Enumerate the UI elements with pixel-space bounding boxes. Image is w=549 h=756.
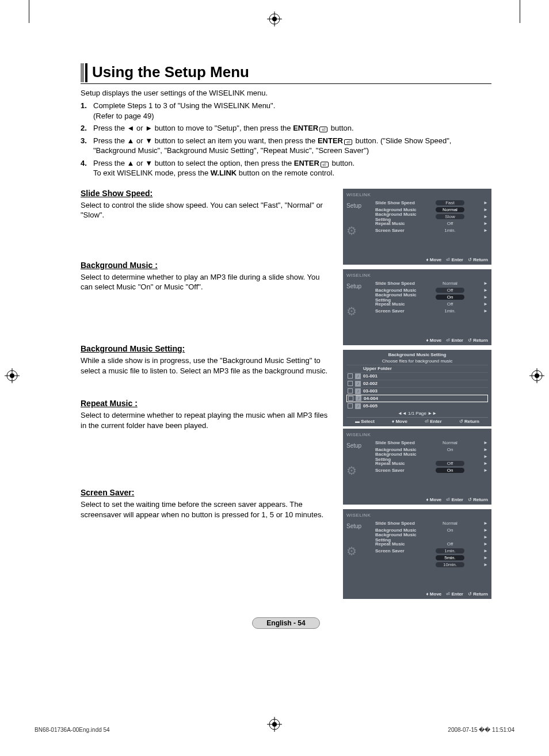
- osd-row: Repeat MusicOff►: [375, 220, 488, 227]
- checkbox-icon: [348, 373, 353, 379]
- gear-icon: ⚙: [346, 464, 372, 478]
- osd-row-key: Background Music Setting: [375, 452, 430, 462]
- osd-row: Screen Saver1min.►: [375, 227, 488, 234]
- music-note-icon: ♪: [355, 388, 361, 394]
- chevron-right-icon: ►: [483, 447, 488, 452]
- step-text: Press the ▲ or ▼ button to select an ite…: [93, 136, 491, 156]
- file-row: ♪02-002: [346, 380, 488, 387]
- osd-row: Background Music Setting►: [375, 534, 488, 541]
- music-note-icon: ♪: [356, 395, 361, 401]
- osd-row-key: Slide Show Speed: [375, 281, 430, 286]
- osd-footer: ♦ Move⏎ Enter↺ Return: [346, 497, 488, 502]
- osd-title: Background Music Setting: [346, 352, 488, 357]
- file-name: 05-005: [363, 403, 378, 408]
- page-title: Using the Setup Menu: [92, 63, 249, 82]
- osd-row-value: Normal: [430, 207, 470, 212]
- step-item: 4.Press the ▲ or ▼ button to select the …: [81, 158, 491, 178]
- osd-footer: ♦ Move⏎ Enter↺ Return: [346, 257, 488, 262]
- osd-footer: ▬ Select♦ Move⏎ Enter↺ Return: [346, 417, 488, 424]
- wiselink-brand: WISELINK: [346, 192, 488, 197]
- osd-row-value: Off: [430, 301, 470, 307]
- chevron-right-icon: ►: [483, 301, 488, 307]
- osd-row-value: Off: [430, 221, 470, 226]
- section-body: While a slide show is in progress, use t…: [81, 356, 333, 376]
- osd-side-label: Setup: [346, 442, 372, 449]
- chevron-right-icon: ►: [483, 555, 488, 560]
- chevron-right-icon: ►: [483, 541, 488, 547]
- section-heading: Slide Show Speed:: [81, 189, 333, 198]
- osd-screenshot: WISELINKSetup⚙Slide Show SpeedNormal►Bac…: [343, 269, 491, 345]
- step-number: 2.: [81, 123, 93, 133]
- osd-row: Repeat MusicOff►: [375, 460, 488, 467]
- osd-subtitle: Choose files for background music: [346, 358, 488, 364]
- osd-row-value: On: [430, 447, 470, 452]
- enter-icon: ⏎: [319, 127, 327, 132]
- step-number: 3.: [81, 136, 93, 156]
- checkbox-icon: [348, 403, 353, 408]
- osd-screenshot: WISELINKSetup⚙Slide Show SpeedNormal►Bac…: [343, 509, 491, 599]
- osd-row: Repeat MusicOff►: [375, 301, 488, 308]
- gear-icon: ⚙: [346, 544, 372, 558]
- wiselink-brand: WISELINK: [346, 273, 488, 278]
- osd-row: Slide Show SpeedNormal►: [375, 280, 488, 287]
- osd-screenshot: WISELINKSetup⚙Slide Show SpeedNormal►Bac…: [343, 429, 491, 505]
- file-name: Upper Folder: [363, 366, 392, 371]
- chevron-right-icon: ►: [483, 308, 488, 314]
- osd-row: Screen Saver1min.►: [375, 308, 488, 315]
- osd-row-value: 10min.: [430, 562, 470, 567]
- step-text: Press the ◄ or ► button to move to "Setu…: [93, 123, 491, 133]
- gear-icon: ⚙: [346, 224, 372, 238]
- osd-footer: ♦ Move⏎ Enter↺ Return: [346, 591, 488, 597]
- osd-row: Background Music SettingOn►: [375, 294, 488, 301]
- file-name: 01-001: [363, 373, 378, 379]
- section-heading: Screen Saver:: [81, 488, 333, 497]
- step-number: 1.: [81, 101, 93, 121]
- enter-icon: ⏎: [344, 139, 352, 145]
- osd-row-key: Screen Saver: [375, 548, 430, 553]
- chevron-right-icon: ►: [483, 440, 488, 445]
- osd-row-key: Screen Saver: [375, 228, 430, 233]
- osd-row: Slide Show SpeedNormal►: [375, 440, 488, 446]
- chevron-right-icon: ►: [483, 221, 488, 226]
- chevron-right-icon: ►: [483, 295, 488, 300]
- file-row: ♪01-001: [346, 372, 488, 380]
- enter-icon: ⏎: [321, 162, 329, 167]
- chevron-right-icon: ►: [483, 562, 488, 567]
- osd-row-key: Repeat Music: [375, 541, 430, 547]
- osd-row-key: Repeat Music: [375, 301, 430, 307]
- music-note-icon: ♪: [355, 381, 361, 387]
- osd-row-value: 1min.: [430, 228, 470, 233]
- osd-row-key: Screen Saver: [375, 308, 430, 314]
- osd-row-key: Slide Show Speed: [375, 440, 430, 445]
- section-heading: Repeat Music :: [81, 399, 333, 408]
- file-row: ♪05-005: [346, 402, 488, 410]
- chevron-right-icon: ►: [483, 288, 488, 293]
- checkbox-icon: [348, 381, 353, 386]
- chevron-right-icon: ►: [483, 200, 488, 205]
- checkbox-icon: [348, 396, 353, 401]
- osd-row-value: Normal: [430, 440, 470, 445]
- osd-row: Screen Saver1min.►: [375, 548, 488, 555]
- section-body: Select to set the waiting time before th…: [81, 499, 333, 520]
- osd-column: WISELINKSetup⚙Slide Show SpeedFast►Backg…: [343, 189, 491, 601]
- osd-row: 10min.►: [375, 562, 488, 568]
- osd-row: Background Music SettingSlow►: [375, 213, 488, 220]
- osd-row-key: Slide Show Speed: [375, 521, 430, 526]
- title-accent-icon: [85, 63, 87, 82]
- title-accent-icon: [81, 63, 84, 82]
- osd-row-key: Repeat Music: [375, 221, 430, 226]
- page-content: Using the Setup Menu Setup displays the …: [0, 0, 549, 736]
- osd-row: Repeat MusicOff►: [375, 541, 488, 548]
- osd-screenshot: Background Music SettingChoose files for…: [343, 350, 491, 426]
- file-name: 03-003: [363, 388, 378, 394]
- osd-row: Slide Show SpeedNormal►: [375, 520, 488, 527]
- pager: ◄◄ 1/1 Page ►►: [346, 411, 488, 416]
- imprint-right: 2008-07-15 �� 11:51:04: [448, 727, 514, 733]
- imprint-left: BN68-01736A-00Eng.indd 54: [35, 727, 110, 733]
- step-item: 1.Complete Steps 1 to 3 of "Using the WI…: [81, 101, 491, 121]
- section-body: Select to determine whether to repeat pl…: [81, 410, 333, 430]
- file-row: ♪04-004: [346, 395, 488, 402]
- osd-row: Slide Show SpeedFast►: [375, 200, 488, 207]
- section-body: Select to determine whether to play an M…: [81, 272, 333, 292]
- step-text: Press the ▲ or ▼ button to select the op…: [93, 158, 491, 178]
